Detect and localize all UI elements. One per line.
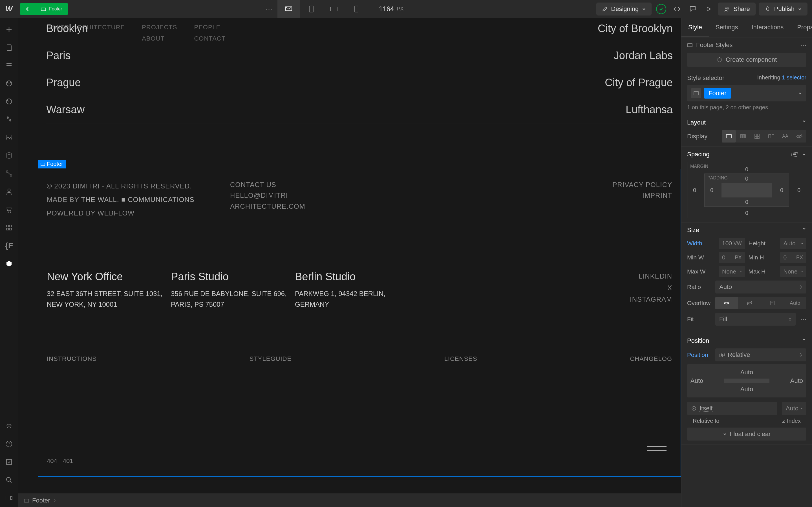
offset-bottom[interactable]: Auto: [691, 385, 803, 394]
mode-dropdown[interactable]: Designing: [596, 3, 652, 15]
device-mobile[interactable]: [345, 0, 368, 18]
webflow-logo[interactable]: W: [0, 0, 18, 18]
overflow-visible[interactable]: [715, 297, 738, 309]
margin-left-val[interactable]: 0: [693, 187, 696, 193]
padding-left-val[interactable]: 0: [710, 187, 713, 193]
offset-right[interactable]: Auto: [790, 377, 803, 385]
display-inline-block[interactable]: [764, 130, 778, 143]
logic[interactable]: [0, 165, 18, 182]
offset-left[interactable]: Auto: [691, 377, 703, 385]
ratio-select[interactable]: Auto: [715, 281, 806, 293]
cms[interactable]: [0, 147, 18, 165]
apps[interactable]: [0, 219, 18, 237]
comment-button[interactable]: [687, 3, 699, 15]
finsweet[interactable]: {F: [0, 237, 18, 255]
tab-style[interactable]: Style: [681, 18, 709, 37]
more-icon[interactable]: ⋯: [800, 41, 806, 49]
fit-select[interactable]: Fill: [715, 313, 796, 326]
search[interactable]: [0, 471, 18, 489]
padding-right-val[interactable]: 0: [780, 187, 783, 193]
position-offsets[interactable]: Auto Auto Auto Auto: [687, 364, 806, 397]
minh-input[interactable]: 0PX: [780, 252, 807, 263]
publish-button[interactable]: Publish: [759, 3, 808, 15]
box-model[interactable]: MARGIN 0 0 0 0 PADDING 0 0 0 0: [687, 162, 806, 218]
canvas-width[interactable]: 1164 PX: [379, 5, 403, 13]
pencil-icon: [602, 6, 608, 12]
padding-top-val[interactable]: 0: [745, 175, 748, 182]
drops-icon: [6, 115, 12, 123]
styles[interactable]: [0, 110, 18, 128]
selector-tag[interactable]: Footer: [704, 88, 731, 99]
element-badge-label: Footer: [49, 6, 62, 11]
tab-props[interactable]: Props: [790, 18, 812, 37]
social-x: X: [419, 282, 672, 294]
components[interactable]: [0, 74, 18, 93]
tab-interactions[interactable]: Interactions: [745, 18, 790, 37]
display-flex[interactable]: [736, 130, 750, 143]
margin-right-val[interactable]: 0: [797, 187, 801, 193]
footer-element[interactable]: Footer © 2023 DIMITRI - ALL RIGHTS RESER…: [38, 169, 681, 476]
width-input[interactable]: 100VW: [719, 238, 745, 249]
selector-input[interactable]: Footer: [687, 85, 806, 101]
display-grid[interactable]: [750, 130, 764, 143]
maxh-input[interactable]: None-: [780, 266, 807, 277]
desktop-wide-icon: [285, 5, 293, 13]
more-menu[interactable]: ⋯: [260, 5, 277, 13]
chevron-down-icon[interactable]: [802, 119, 806, 123]
selection-tag[interactable]: Footer: [38, 160, 66, 168]
chevron-down-icon[interactable]: [802, 226, 806, 231]
assets[interactable]: [0, 128, 18, 147]
code-button[interactable]: [671, 3, 683, 15]
help[interactable]: ?: [0, 435, 18, 453]
inheriting-note[interactable]: Inheriting 1 selector: [757, 74, 806, 82]
back-button[interactable]: [20, 3, 35, 15]
users[interactable]: [0, 182, 18, 201]
relative-to-select[interactable]: Itself: [687, 402, 777, 415]
tab-settings[interactable]: Settings: [709, 18, 745, 37]
share-button[interactable]: Share: [718, 3, 756, 15]
offset-top[interactable]: Auto: [691, 368, 803, 377]
display-none[interactable]: [792, 130, 806, 143]
hamburger-menu[interactable]: [647, 446, 666, 451]
minw-input[interactable]: 0PX: [719, 252, 745, 263]
app-active[interactable]: [0, 255, 18, 273]
display-inline[interactable]: AA: [778, 130, 792, 143]
svg-point-43: [726, 302, 727, 304]
ecommerce[interactable]: [0, 201, 18, 219]
overflow-scroll[interactable]: [761, 297, 784, 309]
fit-more[interactable]: ⋯: [800, 316, 806, 323]
add-elements[interactable]: [0, 20, 18, 38]
audit[interactable]: [0, 453, 18, 471]
selector-state-icon[interactable]: [691, 88, 701, 98]
position-select[interactable]: Relative: [715, 348, 806, 361]
overflow-hidden[interactable]: [738, 297, 761, 309]
svg-rect-5: [355, 6, 358, 12]
zindex-input[interactable]: Auto -: [782, 402, 806, 415]
variables[interactable]: [0, 93, 18, 110]
maxw-input[interactable]: None-: [719, 266, 745, 277]
float-clear-toggle[interactable]: Float and clear: [687, 428, 806, 441]
height-input[interactable]: Auto-: [780, 238, 807, 249]
margin-bottom-val[interactable]: 0: [745, 210, 748, 216]
padding-bottom-val[interactable]: 0: [745, 199, 748, 205]
display-block[interactable]: [722, 130, 736, 143]
device-desktop[interactable]: [277, 0, 300, 18]
chevron-down-icon[interactable]: [802, 337, 806, 342]
spacing-preset-icon[interactable]: [791, 152, 798, 157]
layout-title: Layout: [687, 119, 706, 126]
pages[interactable]: [0, 38, 18, 56]
element-badge[interactable]: Footer: [35, 3, 68, 15]
video[interactable]: [0, 489, 18, 507]
navigator[interactable]: [0, 56, 18, 74]
device-tablet-landscape[interactable]: [322, 0, 345, 18]
overflow-auto[interactable]: Auto: [783, 297, 806, 309]
device-tablet[interactable]: [300, 0, 322, 18]
status-check[interactable]: [655, 3, 667, 15]
create-component-button[interactable]: Create component: [687, 53, 806, 67]
settings[interactable]: [0, 417, 18, 435]
margin-top-val[interactable]: 0: [745, 166, 748, 173]
preview-button[interactable]: [702, 3, 715, 15]
chevron-down-icon[interactable]: [802, 152, 806, 157]
chevron-down-icon[interactable]: [798, 91, 802, 96]
breadcrumb-item[interactable]: Footer: [32, 497, 50, 504]
